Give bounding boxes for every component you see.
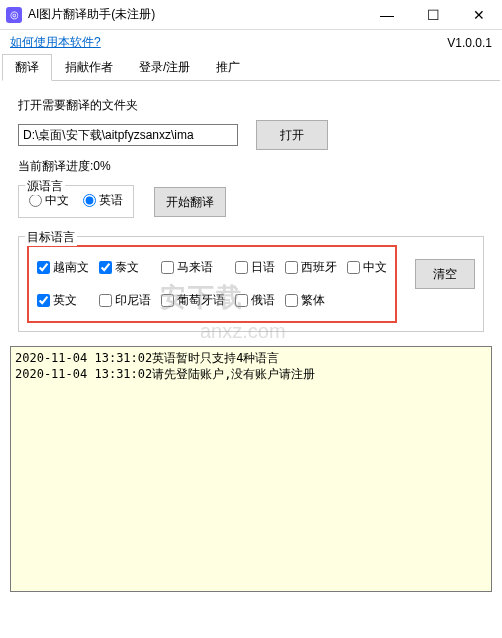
checkbox-马来语[interactable]: 马来语 (161, 259, 225, 276)
checkbox-label: 印尼语 (115, 292, 151, 309)
checkbox-日语[interactable]: 日语 (235, 259, 275, 276)
folder-path-input[interactable] (18, 124, 238, 146)
checkbox-印尼语[interactable]: 印尼语 (99, 292, 151, 309)
radio-chinese-input[interactable] (29, 194, 42, 207)
progress-value: 0% (93, 159, 110, 173)
progress-label: 当前翻译进度: (18, 159, 93, 173)
checkbox-俄语[interactable]: 俄语 (235, 292, 275, 309)
radio-english-label: 英语 (99, 192, 123, 209)
help-link[interactable]: 如何使用本软件? (10, 34, 101, 51)
checkbox-泰文[interactable]: 泰文 (99, 259, 151, 276)
minimize-button[interactable]: — (364, 0, 410, 30)
start-translate-button[interactable]: 开始翻译 (154, 187, 226, 217)
checkbox-label: 葡萄牙语 (177, 292, 225, 309)
folder-row: 打开 (18, 120, 484, 150)
target-inner: 越南文泰文马来语日语西班牙中文英文印尼语葡萄牙语俄语繁体 清空 (27, 245, 475, 323)
checkbox-input-越南文[interactable] (37, 261, 50, 274)
titlebar: ◎ AI图片翻译助手(未注册) — ☐ ✕ (0, 0, 502, 30)
checkbox-label: 西班牙 (301, 259, 337, 276)
checkbox-input-泰文[interactable] (99, 261, 112, 274)
radio-english[interactable]: 英语 (83, 192, 123, 209)
radio-english-input[interactable] (83, 194, 96, 207)
checkbox-label: 泰文 (115, 259, 139, 276)
folder-label: 打开需要翻译的文件夹 (18, 97, 484, 114)
close-button[interactable]: ✕ (456, 0, 502, 30)
main-panel: 打开需要翻译的文件夹 打开 当前翻译进度:0% 源语言 中文 英语 开始翻译 目… (0, 81, 502, 340)
clear-button[interactable]: 清空 (415, 259, 475, 289)
tab-login[interactable]: 登录/注册 (126, 54, 203, 81)
checkbox-英文[interactable]: 英文 (37, 292, 89, 309)
tabs: 翻译 捐献作者 登录/注册 推广 (2, 53, 500, 81)
checkbox-input-葡萄牙语[interactable] (161, 294, 174, 307)
source-language-fieldset: 源语言 中文 英语 (18, 185, 134, 218)
target-legend: 目标语言 (25, 229, 77, 246)
target-checkbox-grid: 越南文泰文马来语日语西班牙中文英文印尼语葡萄牙语俄语繁体 (27, 245, 397, 323)
open-button[interactable]: 打开 (256, 120, 328, 150)
checkbox-input-印尼语[interactable] (99, 294, 112, 307)
checkbox-葡萄牙语[interactable]: 葡萄牙语 (161, 292, 225, 309)
checkbox-西班牙[interactable]: 西班牙 (285, 259, 337, 276)
target-language-fieldset: 目标语言 越南文泰文马来语日语西班牙中文英文印尼语葡萄牙语俄语繁体 清空 (18, 236, 484, 332)
checkbox-input-中文[interactable] (347, 261, 360, 274)
version-label: V1.0.0.1 (447, 36, 492, 50)
checkbox-label: 繁体 (301, 292, 325, 309)
tab-promote[interactable]: 推广 (203, 54, 253, 81)
window-title: AI图片翻译助手(未注册) (28, 6, 364, 23)
checkbox-label: 日语 (251, 259, 275, 276)
checkbox-label: 中文 (363, 259, 387, 276)
maximize-button[interactable]: ☐ (410, 0, 456, 30)
tab-translate[interactable]: 翻译 (2, 54, 52, 81)
checkbox-input-繁体[interactable] (285, 294, 298, 307)
source-row: 源语言 中文 英语 开始翻译 (18, 185, 484, 226)
checkbox-label: 英文 (53, 292, 77, 309)
checkbox-input-西班牙[interactable] (285, 261, 298, 274)
checkbox-label: 马来语 (177, 259, 213, 276)
top-row: 如何使用本软件? V1.0.0.1 (0, 30, 502, 53)
checkbox-input-马来语[interactable] (161, 261, 174, 274)
checkbox-input-日语[interactable] (235, 261, 248, 274)
tab-donate[interactable]: 捐献作者 (52, 54, 126, 81)
window-controls: — ☐ ✕ (364, 0, 502, 30)
progress-text: 当前翻译进度:0% (18, 158, 484, 175)
checkbox-input-英文[interactable] (37, 294, 50, 307)
source-legend: 源语言 (25, 178, 65, 195)
checkbox-中文[interactable]: 中文 (347, 259, 387, 276)
checkbox-label: 俄语 (251, 292, 275, 309)
app-icon: ◎ (6, 7, 22, 23)
checkbox-繁体[interactable]: 繁体 (285, 292, 337, 309)
log-textarea[interactable]: 2020-11-04 13:31:02英语暂时只支持4种语言 2020-11-0… (10, 346, 492, 592)
checkbox-越南文[interactable]: 越南文 (37, 259, 89, 276)
checkbox-label: 越南文 (53, 259, 89, 276)
checkbox-input-俄语[interactable] (235, 294, 248, 307)
